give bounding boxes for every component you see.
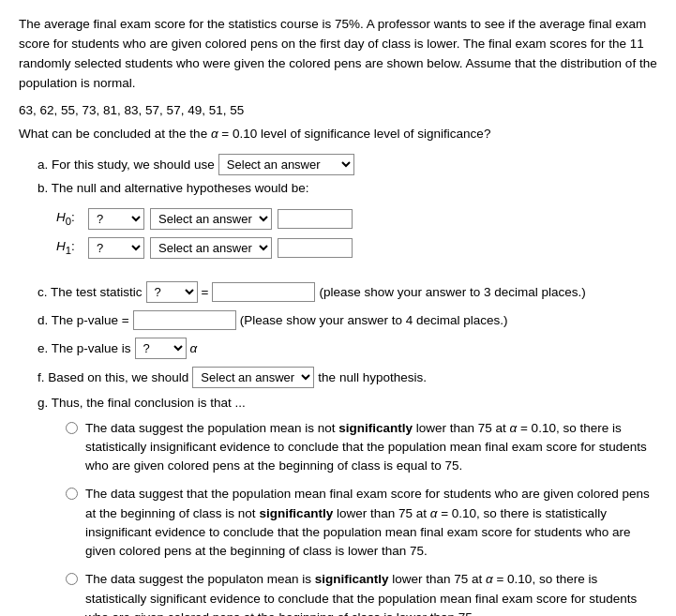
h0-value-select[interactable]: Select an answer μ = 75 μ < 75 μ > 75 μ …: [150, 208, 272, 230]
part-c: c. The test statistic ? t z = (please sh…: [38, 281, 657, 303]
null-hyp-action-select[interactable]: Select an answer reject fail to reject a…: [192, 367, 314, 388]
h0-label: H0:: [56, 210, 83, 227]
part-c-note: (please show your answer to 3 decimal pl…: [319, 285, 585, 299]
part-a-label: a. For this study, we should use: [38, 158, 215, 172]
h0-symbol-select[interactable]: ? = ≠ < > ≤ ≥: [88, 208, 144, 230]
part-b-label: b. The null and alternative hypotheses w…: [38, 181, 657, 195]
part-f: f. Based on this, we should Select an an…: [38, 367, 657, 388]
radio-item-2: The data suggest that the population mea…: [66, 485, 657, 561]
part-e-label: e. The p-value is: [38, 341, 131, 355]
test-stat-input[interactable]: [212, 282, 315, 302]
h0-row: H0: ? = ≠ < > ≤ ≥ Select an answer μ = 7…: [56, 208, 657, 230]
part-a: a. For this study, we should use Select …: [38, 154, 657, 175]
h1-row: H1: ? = ≠ < > ≤ ≥ Select an answer μ = 7…: [56, 237, 657, 259]
conclusion-options: The data suggest the population mean is …: [66, 419, 657, 616]
part-c-label: c. The test statistic: [38, 285, 143, 299]
pvalue-input[interactable]: [133, 310, 236, 330]
pvalue-compare-select[interactable]: ? < > =: [135, 338, 187, 359]
question-text: What can be concluded at the the α = 0.1…: [19, 127, 657, 141]
test-stat-symbol-select[interactable]: ? t z: [146, 281, 198, 303]
intro-text: The average final exam score for the sta…: [19, 15, 657, 94]
radio-1[interactable]: [66, 422, 78, 434]
radio-2[interactable]: [66, 488, 78, 500]
part-d: d. The p-value = (Please show your answe…: [38, 310, 657, 330]
data-values: 63, 62, 55, 73, 81, 83, 57, 57, 49, 51, …: [19, 103, 657, 117]
radio-item-3: The data suggest the populaton mean is s…: [66, 570, 657, 616]
part-d-note: (Please show your answer to 4 decimal pl…: [240, 313, 508, 327]
part-d-label: d. The p-value =: [38, 313, 129, 327]
radio-3-text: The data suggest the populaton mean is s…: [85, 570, 657, 616]
alpha-symbol: α: [190, 341, 198, 355]
part-f-end: the null hypothesis.: [318, 370, 427, 384]
equals-sign: =: [202, 285, 209, 299]
h0-text-input[interactable]: [278, 209, 353, 229]
h1-text-input[interactable]: [278, 238, 353, 258]
h1-symbol-select[interactable]: ? = ≠ < > ≤ ≥: [88, 237, 144, 259]
part-e: e. The p-value is ? < > = α: [38, 338, 657, 359]
part-f-label: f. Based on this, we should: [38, 370, 188, 384]
part-g-label: g. Thus, the final conclusion is that ..…: [38, 396, 657, 410]
h1-label: H1:: [56, 239, 83, 256]
radio-3[interactable]: [66, 573, 78, 585]
study-type-select[interactable]: Select an answer a paired t-test a one-s…: [218, 154, 354, 175]
radio-item-1: The data suggest the population mean is …: [66, 419, 657, 476]
h1-value-select[interactable]: Select an answer μ = 75 μ < 75 μ > 75 μ …: [150, 237, 272, 259]
radio-2-text: The data suggest that the population mea…: [85, 485, 657, 561]
radio-1-text: The data suggest the population mean is …: [85, 419, 657, 476]
